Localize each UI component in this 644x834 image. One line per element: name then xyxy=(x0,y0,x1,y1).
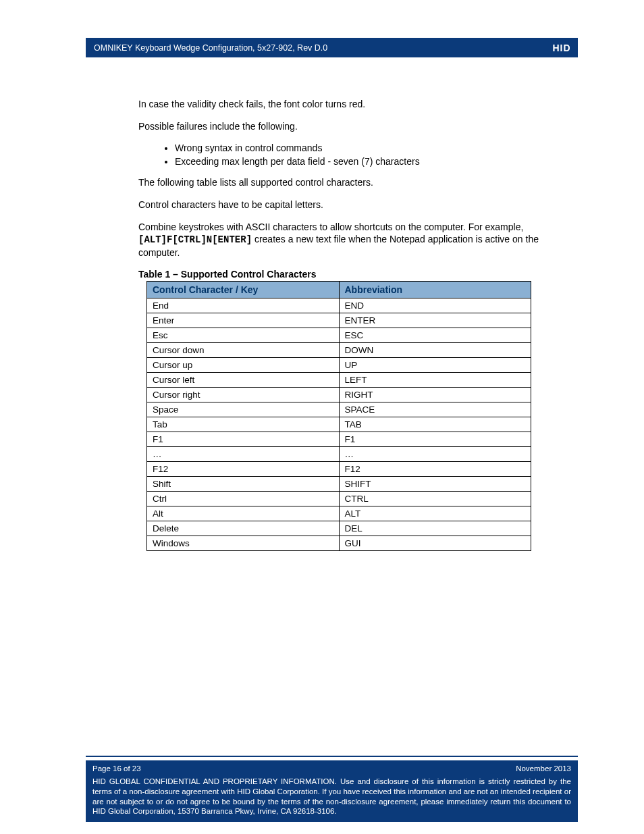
hid-logo: HID xyxy=(545,38,578,57)
table-row: EndEND xyxy=(147,298,531,313)
table-cell-abbrev: END xyxy=(339,298,531,313)
footer-top-row: Page 16 of 23 November 2013 xyxy=(92,764,571,773)
table-cell-abbrev: RIGHT xyxy=(339,388,531,402)
table-row: TabTAB xyxy=(147,417,531,432)
paragraph-validity-fail: In case the validity check fails, the fo… xyxy=(138,98,570,111)
hid-logo-text: HID xyxy=(548,41,574,55)
table-row: Cursor downDOWN xyxy=(147,343,531,358)
paragraph-combine-keystrokes: Combine keystrokes with ASCII characters… xyxy=(138,221,570,260)
table-cell-abbrev: ESC xyxy=(339,328,531,343)
table-row: Cursor upUP xyxy=(147,358,531,373)
table-cell-abbrev: … xyxy=(339,447,531,462)
page-content: In case the validity check fails, the fo… xyxy=(138,98,570,551)
table-row: Cursor leftLEFT xyxy=(147,373,531,388)
table-row: EscESC xyxy=(147,328,531,343)
table-cell-abbrev: DOWN xyxy=(339,343,531,358)
list-item: Exceeding max length per data field - se… xyxy=(175,156,570,167)
control-characters-table: Control Character / Key Abbreviation End… xyxy=(146,281,531,551)
table-cell-key: Space xyxy=(147,402,340,417)
table-cell-key: Ctrl xyxy=(147,492,340,506)
table-cell-abbrev: LEFT xyxy=(339,373,531,388)
doc-header-title: OMNIKEY Keyboard Wedge Configuration, 5x… xyxy=(94,43,327,53)
table-caption: Table 1 – Supported Control Characters xyxy=(138,269,570,280)
table-cell-key: Cursor left xyxy=(147,373,340,388)
table-cell-key: … xyxy=(147,447,340,462)
table-cell-key: F12 xyxy=(147,462,340,477)
table-cell-abbrev: GUI xyxy=(339,536,531,551)
paragraph-table-intro: The following table lists all supported … xyxy=(138,176,570,189)
table-row: F12F12 xyxy=(147,462,531,477)
paragraph-possible-failures: Possible failures include the following. xyxy=(138,120,570,133)
table-cell-abbrev: SPACE xyxy=(339,402,531,417)
table-row: CtrlCTRL xyxy=(147,492,531,506)
doc-header-bar: OMNIKEY Keyboard Wedge Configuration, 5x… xyxy=(86,38,578,57)
footer-page-number: Page 16 of 23 xyxy=(92,764,141,773)
table-cell-key: Windows xyxy=(147,536,340,551)
code-example: [ALT]F[CTRL]N[ENTER] xyxy=(138,234,252,245)
table-cell-key: Cursor down xyxy=(147,343,340,358)
table-cell-abbrev: DEL xyxy=(339,521,531,536)
failure-bullet-list: Wrong syntax in control commands Exceedi… xyxy=(138,142,570,167)
table-cell-abbrev: SHIFT xyxy=(339,477,531,492)
table-cell-key: Cursor right xyxy=(147,388,340,402)
table-row: AltALT xyxy=(147,506,531,521)
table-cell-key: F1 xyxy=(147,432,340,447)
page-footer: Page 16 of 23 November 2013 HID GLOBAL C… xyxy=(86,760,578,822)
table-row: WindowsGUI xyxy=(147,536,531,551)
table-header-row: Control Character / Key Abbreviation xyxy=(147,282,531,298)
table-row: EnterENTER xyxy=(147,313,531,328)
table-cell-key: Shift xyxy=(147,477,340,492)
footer-divider xyxy=(86,756,578,757)
table-header-cell: Control Character / Key xyxy=(147,282,340,298)
paragraph-capital-letters: Control characters have to be capital le… xyxy=(138,199,570,211)
table-cell-abbrev: CTRL xyxy=(339,492,531,506)
table-cell-abbrev: F12 xyxy=(339,462,531,477)
table-cell-key: Alt xyxy=(147,506,340,521)
text-run: Combine keystrokes with ASCII characters… xyxy=(138,221,523,232)
table-row: Cursor rightRIGHT xyxy=(147,388,531,402)
table-row: …… xyxy=(147,447,531,462)
footer-date: November 2013 xyxy=(516,764,571,773)
table-row: ShiftSHIFT xyxy=(147,477,531,492)
table-cell-key: Esc xyxy=(147,328,340,343)
table-cell-key: Delete xyxy=(147,521,340,536)
table-cell-key: Enter xyxy=(147,313,340,328)
table-cell-abbrev: ALT xyxy=(339,506,531,521)
table-cell-abbrev: F1 xyxy=(339,432,531,447)
table-cell-abbrev: UP xyxy=(339,358,531,373)
table-cell-key: Tab xyxy=(147,417,340,432)
table-cell-key: End xyxy=(147,298,340,313)
list-item: Wrong syntax in control commands xyxy=(175,142,570,153)
footer-notice: HID GLOBAL CONFIDENTIAL AND PROPRIETARY … xyxy=(92,777,571,816)
table-cell-key: Cursor up xyxy=(147,358,340,373)
table-cell-abbrev: ENTER xyxy=(339,313,531,328)
table-row: DeleteDEL xyxy=(147,521,531,536)
table-header-cell: Abbreviation xyxy=(339,282,531,298)
table-row: F1F1 xyxy=(147,432,531,447)
table-cell-abbrev: TAB xyxy=(339,417,531,432)
table-row: SpaceSPACE xyxy=(147,402,531,417)
